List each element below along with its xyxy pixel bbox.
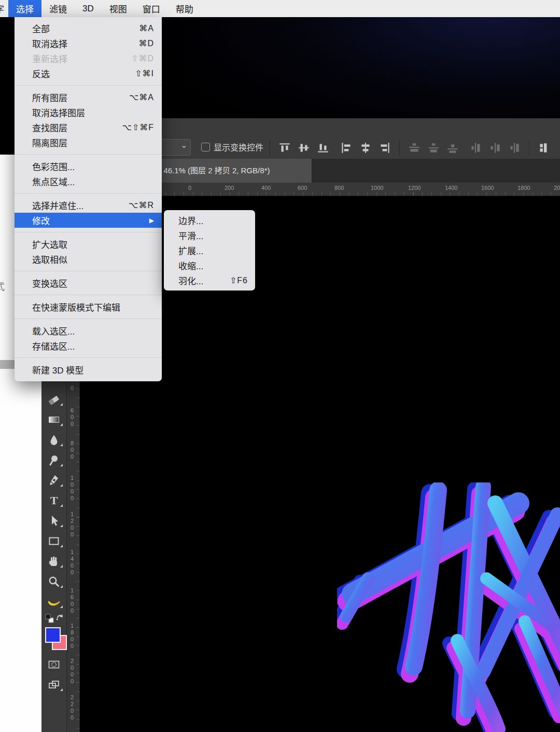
menubar-item-filter[interactable]: 滤镜 xyxy=(41,0,75,17)
photoshop-app: ⌄ 显示变换控件 @ 46.1% (图层 2 拷贝 2, RGB/8*) xyxy=(0,0,560,732)
ruler-label: 0 xyxy=(69,385,75,392)
menu-item-select-all[interactable]: 全部⌘A xyxy=(15,21,162,36)
menu-separator xyxy=(15,295,162,295)
menu-item-focus-area[interactable]: 焦点区域... xyxy=(15,174,162,189)
path-selection-tool[interactable] xyxy=(41,510,66,531)
menu-separator xyxy=(15,357,162,358)
screen-mode-icon xyxy=(47,678,61,692)
menu-item-isolate-layers[interactable]: 隔离图层 xyxy=(15,135,162,150)
menu-item-modify[interactable]: 修改▶ xyxy=(15,213,162,228)
align-bottom-edges-icon[interactable] xyxy=(316,141,330,155)
menu-item-all-layers[interactable]: 所有图层⌥⌘A xyxy=(15,90,162,105)
magnifier-icon xyxy=(47,575,61,588)
distribute-left-edges-icon[interactable] xyxy=(469,141,483,155)
partial-glyph: 式 xyxy=(0,279,6,293)
hand-tool[interactable] xyxy=(41,551,66,571)
rectangle-tool[interactable] xyxy=(41,531,66,551)
menu-item-similar[interactable]: 选取相似 xyxy=(15,252,162,267)
menu-item-deselect[interactable]: 取消选择⌘D xyxy=(15,36,162,51)
options-separator xyxy=(399,140,400,156)
eraser-tool[interactable] xyxy=(41,389,66,409)
menu-item-deselect-layers[interactable]: 取消选择图层 xyxy=(15,105,162,120)
menu-item-edit-in-quick-mask[interactable]: 在快速蒙版模式下编辑 xyxy=(15,299,162,314)
banana-tool[interactable] xyxy=(41,591,66,612)
ruler-label: 600 xyxy=(298,185,307,191)
menu-item-inverse[interactable]: 反选⇧⌘I xyxy=(15,66,162,81)
ruler-label: 20 xyxy=(554,185,560,191)
menubar-item-3d[interactable]: 3D xyxy=(75,0,102,17)
ruler-label: 1600 xyxy=(481,185,494,191)
align-top-edges-icon[interactable] xyxy=(278,141,291,155)
screen-mode-button[interactable] xyxy=(41,674,66,695)
menu-item-new-3d-extrusion[interactable]: 新建 3D 模型 xyxy=(15,362,162,377)
distribute-spacing-icon[interactable] xyxy=(537,141,551,155)
menu-item-reselect: 重新选择⇧⌘D xyxy=(15,51,162,66)
menubar-item-select[interactable]: 选择 xyxy=(8,0,41,17)
pen-icon xyxy=(47,474,61,487)
distribute-vertical-centers-icon[interactable] xyxy=(427,141,440,155)
distribute-top-edges-icon[interactable] xyxy=(408,141,421,155)
pen-tool[interactable] xyxy=(41,470,66,490)
ruler-label: 1000 xyxy=(371,185,383,191)
tool-preset-dropdown[interactable]: ⌄ xyxy=(161,139,191,156)
type-tool[interactable]: T xyxy=(41,490,66,510)
brush-calligraphy-artwork xyxy=(337,482,560,732)
water-drop-icon xyxy=(47,433,61,447)
ruler-label: 1200 xyxy=(408,185,421,191)
ruler-label: 600 xyxy=(69,407,75,427)
gradient-tool[interactable] xyxy=(41,409,66,430)
color-swatches xyxy=(41,625,66,654)
modify-submenu: 边界... 平滑... 扩展... 收缩... 羽化...⇧F6 xyxy=(164,210,255,291)
menu-item-save-selection[interactable]: 存储选区... xyxy=(15,338,162,353)
ruler-label: 1600 xyxy=(69,587,75,614)
distribute-horizontal-centers-icon[interactable] xyxy=(488,141,502,155)
ruler-label: 1200 xyxy=(69,511,75,538)
eraser-icon xyxy=(47,393,61,406)
menu-separator xyxy=(15,85,162,86)
menu-separator xyxy=(15,154,162,155)
menu-item-color-range[interactable]: 色彩范围... xyxy=(15,159,162,174)
arrow-cursor-icon xyxy=(47,514,61,528)
ruler-label: 0 xyxy=(188,185,191,191)
banana-icon xyxy=(47,595,61,609)
ruler-label: 1000 xyxy=(69,475,75,502)
ruler-label: 1800 xyxy=(517,185,530,191)
distribute-right-edges-icon[interactable] xyxy=(508,141,521,155)
quick-mask-button[interactable] xyxy=(41,654,66,674)
menu-bar: 字 选择 滤镜 3D 视图 窗口 帮助 xyxy=(0,0,560,17)
ruler-ticks xyxy=(92,192,560,196)
menu-item-grow[interactable]: 扩大选取 xyxy=(15,237,162,252)
submenu-item-feather[interactable]: 羽化...⇧F6 xyxy=(164,273,255,288)
show-transform-controls-checkbox[interactable] xyxy=(201,143,210,151)
ruler-label: 800 xyxy=(334,185,344,191)
foreground-color-swatch[interactable] xyxy=(45,627,61,643)
quick-mask-icon xyxy=(47,658,61,671)
align-horizontal-centers-icon[interactable] xyxy=(359,141,372,155)
distribute-bottom-edges-icon[interactable] xyxy=(446,141,459,155)
ruler-label: 2200 xyxy=(69,694,75,721)
ruler-label: 1400 xyxy=(445,185,457,191)
ruler-label: 1400 xyxy=(69,549,75,576)
zoom-tool[interactable] xyxy=(41,571,66,591)
align-right-edges-icon[interactable] xyxy=(378,141,391,155)
align-left-edges-icon[interactable] xyxy=(340,141,353,155)
submenu-item-smooth[interactable]: 平滑... xyxy=(164,228,255,243)
menubar-item-type-partial[interactable]: 字 xyxy=(0,0,8,17)
menubar-item-help[interactable]: 帮助 xyxy=(168,0,201,17)
blur-tool[interactable] xyxy=(41,430,66,450)
align-vertical-centers-icon[interactable] xyxy=(297,141,311,155)
submenu-item-border[interactable]: 边界... xyxy=(164,213,255,228)
menu-item-load-selection[interactable]: 载入选区... xyxy=(15,323,162,338)
gradient-icon xyxy=(47,413,61,426)
document-tab[interactable]: @ 46.1% (图层 2 拷贝 2, RGB/8*) xyxy=(149,159,312,183)
show-transform-controls-label: 显示变换控件 xyxy=(214,139,263,157)
menubar-item-window[interactable]: 窗口 xyxy=(135,0,168,17)
menu-item-find-layers[interactable]: 查找图层⌥⇧⌘F xyxy=(15,120,162,135)
dodge-tool[interactable] xyxy=(41,450,66,470)
default-swap-colors[interactable] xyxy=(41,612,66,625)
menubar-item-view[interactable]: 视图 xyxy=(102,0,135,17)
submenu-item-expand[interactable]: 扩展... xyxy=(164,243,255,258)
menu-item-select-and-mask[interactable]: 选择并遮住...⌥⌘R xyxy=(15,198,162,213)
menu-item-transform-selection[interactable]: 变换选区 xyxy=(15,275,162,291)
submenu-item-contract[interactable]: 收缩... xyxy=(164,258,255,273)
